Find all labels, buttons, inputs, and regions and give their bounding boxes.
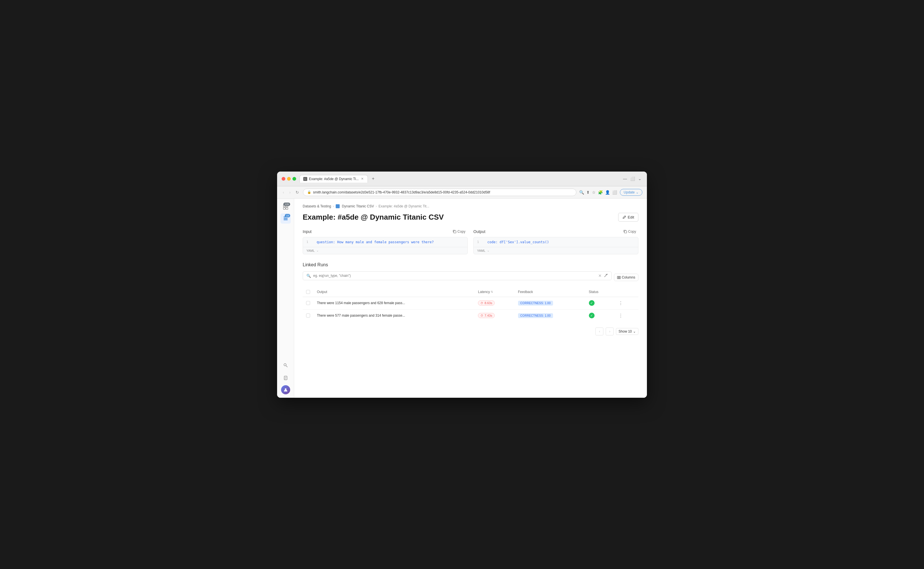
- update-button[interactable]: Update ⌄: [620, 189, 642, 196]
- main-layout: 126 19: [277, 199, 647, 398]
- url-bar[interactable]: 🔒 smith.langchain.com/datasets/e2d3e521-…: [303, 189, 576, 196]
- minimize-button[interactable]: [287, 177, 291, 181]
- output-code-block: 1 code: df['Sex'].value_counts() YAML ⌄: [473, 237, 638, 254]
- th-latency: Latency ⇅: [474, 287, 515, 297]
- table-row[interactable]: There were 577 male passengers and 314 f…: [303, 309, 638, 322]
- address-bar: ‹ › ↻ 🔒 smith.langchain.com/datasets/e2d…: [277, 186, 647, 199]
- th-status: Status: [585, 287, 613, 297]
- clock-icon: ⏱: [480, 301, 483, 305]
- url-text: smith.langchain.com/datasets/e2d3e521-17…: [313, 190, 490, 194]
- sidebar-bottom: [281, 360, 291, 394]
- puzzle-icon[interactable]: 🧩: [598, 190, 603, 195]
- prev-page-button[interactable]: ‹: [596, 327, 603, 335]
- columns-label: Columns: [622, 275, 635, 279]
- update-chevron-icon: ⌄: [636, 190, 639, 194]
- update-label: Update: [623, 190, 635, 194]
- search-icon[interactable]: 🔍: [579, 190, 584, 195]
- select-all-checkbox[interactable]: [306, 290, 310, 294]
- table-body: There were 1154 male passengers and 628 …: [303, 297, 638, 322]
- output-code-text: code: df['Sex'].value_counts(): [487, 240, 549, 244]
- th-feedback: Feedback: [515, 287, 585, 297]
- next-page-button[interactable]: ›: [606, 327, 614, 335]
- sidebar-item-data[interactable]: 19: [281, 213, 291, 224]
- row1-checkbox[interactable]: [306, 301, 310, 305]
- row2-checkbox[interactable]: [306, 313, 310, 318]
- copy-icon: [453, 230, 456, 233]
- th-output: Output: [313, 287, 474, 297]
- input-lang-chevron-icon[interactable]: ⌄: [316, 249, 319, 252]
- active-tab[interactable]: L Example: #a5de @ Dynamic Ti... ✕: [299, 175, 368, 183]
- fullscreen-icon[interactable]: ⬜: [630, 176, 635, 181]
- address-bar-icons: 🔍 ⬆ ☆ 🧩 👤 ⬜: [579, 190, 617, 195]
- input-code-block: 1 question: How many male and female pas…: [303, 237, 468, 254]
- svg-rect-15: [620, 276, 620, 279]
- sidebar-item-tools[interactable]: 126: [281, 202, 291, 212]
- filter-wand-button[interactable]: [604, 274, 608, 278]
- close-button[interactable]: [282, 177, 285, 181]
- sidebar-toggle-icon[interactable]: ⬜: [612, 190, 617, 195]
- profile-icon[interactable]: 👤: [605, 190, 610, 195]
- traffic-lights: [282, 177, 296, 181]
- input-copy-label: Copy: [457, 230, 465, 234]
- output-sort[interactable]: Output: [317, 290, 327, 294]
- input-panel: Input Copy 1 question: How many m: [303, 228, 468, 254]
- output-copy-button[interactable]: Copy: [621, 228, 638, 235]
- filter-input[interactable]: [313, 274, 596, 278]
- runs-table: Output Latency ⇅ Feedback: [303, 287, 638, 322]
- row2-feedback-badge: CORRECTNESS: 1.00: [518, 313, 553, 318]
- sort-icon: ⇅: [491, 290, 493, 293]
- row1-latency-value: 8.63s: [485, 301, 492, 305]
- filter-clear-button[interactable]: ✕: [598, 274, 602, 278]
- input-code-footer: YAML ⌄: [303, 247, 467, 254]
- wand-icon: [604, 274, 608, 277]
- input-code-text: question: How many male and female passe…: [317, 240, 434, 244]
- breadcrumb-datasets[interactable]: Datasets & Testing: [303, 204, 331, 208]
- output-line-num: 1: [477, 240, 483, 244]
- show-select[interactable]: Show 10 ⌄: [616, 328, 638, 335]
- row1-status-check: ✓: [589, 300, 594, 306]
- row1-menu-button[interactable]: ⋮: [617, 300, 625, 306]
- input-copy-button[interactable]: Copy: [451, 228, 468, 235]
- svg-rect-10: [454, 231, 456, 233]
- refresh-button[interactable]: ↻: [295, 189, 300, 196]
- new-tab-button[interactable]: +: [370, 175, 376, 182]
- maximize-button[interactable]: [292, 177, 296, 181]
- edit-button[interactable]: Edit: [618, 213, 638, 222]
- forward-button[interactable]: ›: [288, 189, 292, 196]
- table-row[interactable]: There were 1154 male passengers and 628 …: [303, 297, 638, 309]
- bookmark-icon[interactable]: ☆: [592, 190, 596, 195]
- sidebar: 126 19: [277, 199, 294, 398]
- row2-latency-cell: ⏱ 7.43s: [474, 309, 515, 322]
- row2-status-cell: ✓: [585, 309, 613, 322]
- tab-close-icon[interactable]: ✕: [360, 177, 364, 181]
- edit-label: Edit: [628, 215, 634, 219]
- filter-bar: 🔍 ✕: [303, 271, 612, 280]
- row1-output-cell: There were 1154 male passengers and 628 …: [313, 297, 474, 309]
- row1-latency-cell: ⏱ 8.63s: [474, 297, 515, 309]
- user-avatar[interactable]: [281, 385, 290, 394]
- columns-button[interactable]: Columns: [614, 274, 638, 281]
- page-title: Example: #a5de @ Dynamic Titanic CSV: [303, 213, 444, 222]
- clock-icon-2: ⏱: [480, 314, 483, 317]
- svg-point-7: [284, 364, 286, 366]
- row1-feedback-badge: CORRECTNESS: 1.00: [518, 301, 553, 306]
- input-line-num: 1: [306, 240, 312, 244]
- row1-feedback-cell: CORRECTNESS: 1.00: [515, 297, 585, 309]
- sidebar-item-key[interactable]: [281, 360, 291, 370]
- minimize-icon[interactable]: —: [622, 176, 628, 181]
- svg-rect-3: [286, 207, 288, 209]
- back-button[interactable]: ‹: [282, 189, 285, 196]
- filter-search-icon: 🔍: [306, 274, 311, 278]
- latency-sort[interactable]: Latency ⇅: [478, 290, 493, 294]
- breadcrumb-sep-2: ›: [376, 204, 377, 208]
- svg-rect-13: [617, 276, 618, 279]
- more-icon[interactable]: ⌄: [637, 176, 642, 181]
- breadcrumb-current: Example: #a5de @ Dynamic Tit...: [378, 204, 429, 208]
- breadcrumb-dataset[interactable]: Dynamic Titanic CSV: [342, 204, 374, 208]
- share-icon[interactable]: ⬆: [586, 190, 590, 195]
- output-lang-chevron-icon[interactable]: ⌄: [487, 249, 489, 252]
- io-panels: Input Copy 1 question: How many m: [303, 228, 638, 254]
- row2-menu-button[interactable]: ⋮: [617, 312, 625, 319]
- row1-latency-badge: ⏱ 8.63s: [478, 300, 495, 306]
- sidebar-item-file[interactable]: [281, 373, 291, 383]
